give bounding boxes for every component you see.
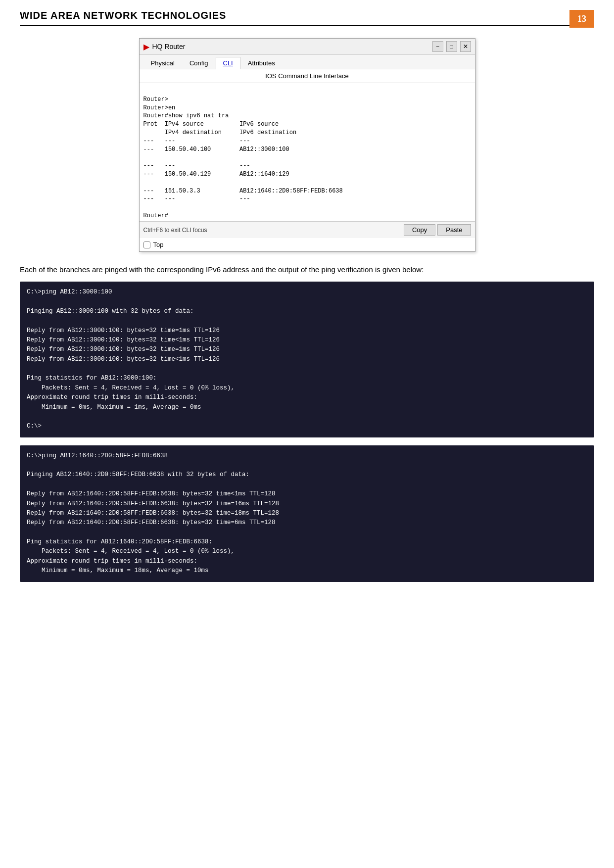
- window-titlebar: ▶ HQ Router − □ ✕: [140, 39, 475, 55]
- body-text: Each of the branches are pinged with the…: [20, 264, 594, 276]
- paste-button[interactable]: Paste: [437, 224, 471, 236]
- router-window: ▶ HQ Router − □ ✕ Physical Config CLI At…: [139, 38, 475, 252]
- top-label: Top: [153, 241, 164, 248]
- tab-cli[interactable]: CLI: [216, 57, 240, 69]
- tab-config[interactable]: Config: [182, 57, 216, 69]
- page-header: WIDE AREA NETWORK TECHNOLOGIES 13: [20, 10, 594, 26]
- cli-header: IOS Command Line Interface: [140, 69, 475, 83]
- footer-buttons: Copy Paste: [404, 224, 471, 236]
- footer-hint: Ctrl+F6 to exit CLI focus: [143, 227, 207, 234]
- tab-attributes[interactable]: Attributes: [240, 57, 283, 69]
- window-title: HQ Router: [152, 43, 186, 50]
- ping-block-2: C:\>ping AB12:1640::2D0:58FF:FEDB:6638 P…: [20, 445, 594, 582]
- router-icon: ▶: [143, 42, 149, 51]
- top-checkbox-area: Top: [140, 238, 475, 251]
- top-checkbox[interactable]: [143, 241, 150, 248]
- window-controls: − □ ✕: [432, 41, 471, 52]
- maximize-button[interactable]: □: [446, 41, 457, 52]
- window-tabs: Physical Config CLI Attributes: [140, 55, 475, 69]
- page-title: WIDE AREA NETWORK TECHNOLOGIES: [20, 10, 226, 21]
- minimize-button[interactable]: −: [432, 41, 443, 52]
- copy-button[interactable]: Copy: [404, 224, 435, 236]
- window-footer: Ctrl+F6 to exit CLI focus Copy Paste: [140, 222, 475, 238]
- tab-physical[interactable]: Physical: [143, 57, 182, 69]
- page-number-badge: 13: [569, 10, 594, 28]
- cli-terminal[interactable]: Router> Router>en Router#show ipv6 nat t…: [140, 83, 475, 222]
- ping-block-1: C:\>ping AB12::3000:100 Pinging AB12::30…: [20, 282, 594, 437]
- window-title-left: ▶ HQ Router: [143, 42, 186, 51]
- close-button[interactable]: ✕: [460, 41, 471, 52]
